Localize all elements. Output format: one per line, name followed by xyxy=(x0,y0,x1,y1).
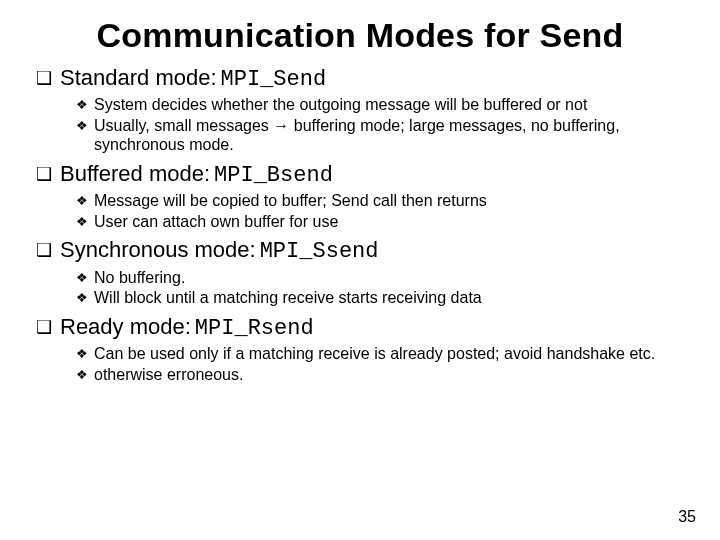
sub-item: ❖ Will block until a matching receive st… xyxy=(76,288,690,308)
diamond-bullet-icon: ❖ xyxy=(76,193,88,209)
sub-item: ❖ Can be used only if a matching receive… xyxy=(76,344,690,364)
section-code: MPI_Bsend xyxy=(214,163,333,189)
diamond-bullet-icon: ❖ xyxy=(76,367,88,383)
section-heading: ❑ Ready mode: MPI_Rsend xyxy=(36,314,690,342)
sub-item: ❖ Message will be copied to buffer; Send… xyxy=(76,191,690,211)
sub-item-text: Can be used only if a matching receive i… xyxy=(94,344,690,364)
section-label: Synchronous mode: xyxy=(60,237,256,263)
sub-list: ❖ System decides whether the outgoing me… xyxy=(76,95,690,155)
sub-item: ❖ No buffering. xyxy=(76,268,690,288)
diamond-bullet-icon: ❖ xyxy=(76,97,88,113)
diamond-bullet-icon: ❖ xyxy=(76,290,88,306)
square-bullet-icon: ❑ xyxy=(36,240,52,262)
square-bullet-icon: ❑ xyxy=(36,68,52,90)
section-label: Ready mode: xyxy=(60,314,191,340)
diamond-bullet-icon: ❖ xyxy=(76,214,88,230)
section-code: MPI_Ssend xyxy=(260,239,379,265)
section-heading: ❑ Synchronous mode: MPI_Ssend xyxy=(36,237,690,265)
sub-item: ❖ Usually, small messages → buffering mo… xyxy=(76,116,690,155)
section-code: MPI_Rsend xyxy=(195,316,314,342)
slide: Communication Modes for Send ❑ Standard … xyxy=(0,0,720,540)
sub-item-text: Will block until a matching receive star… xyxy=(94,288,690,308)
slide-title: Communication Modes for Send xyxy=(30,16,690,55)
diamond-bullet-icon: ❖ xyxy=(76,118,88,134)
sub-item: ❖ User can attach own buffer for use xyxy=(76,212,690,232)
sub-item: ❖ otherwise erroneous. xyxy=(76,365,690,385)
page-number: 35 xyxy=(678,508,696,526)
sub-item-text: User can attach own buffer for use xyxy=(94,212,690,232)
sub-item: ❖ System decides whether the outgoing me… xyxy=(76,95,690,115)
section-label: Buffered mode: xyxy=(60,161,210,187)
square-bullet-icon: ❑ xyxy=(36,317,52,339)
sub-item-text: Message will be copied to buffer; Send c… xyxy=(94,191,690,211)
section-heading: ❑ Buffered mode: MPI_Bsend xyxy=(36,161,690,189)
section-code: MPI_Send xyxy=(221,67,327,93)
diamond-bullet-icon: ❖ xyxy=(76,346,88,362)
sub-list: ❖ No buffering. ❖ Will block until a mat… xyxy=(76,268,690,308)
diamond-bullet-icon: ❖ xyxy=(76,270,88,286)
sub-item-text: System decides whether the outgoing mess… xyxy=(94,95,690,115)
section-heading: ❑ Standard mode: MPI_Send xyxy=(36,65,690,93)
sub-item-text: Usually, small messages → buffering mode… xyxy=(94,116,690,155)
square-bullet-icon: ❑ xyxy=(36,164,52,186)
sub-list: ❖ Can be used only if a matching receive… xyxy=(76,344,690,384)
sub-item-text: No buffering. xyxy=(94,268,690,288)
section-label: Standard mode: xyxy=(60,65,217,91)
sub-item-text: otherwise erroneous. xyxy=(94,365,690,385)
sub-list: ❖ Message will be copied to buffer; Send… xyxy=(76,191,690,231)
